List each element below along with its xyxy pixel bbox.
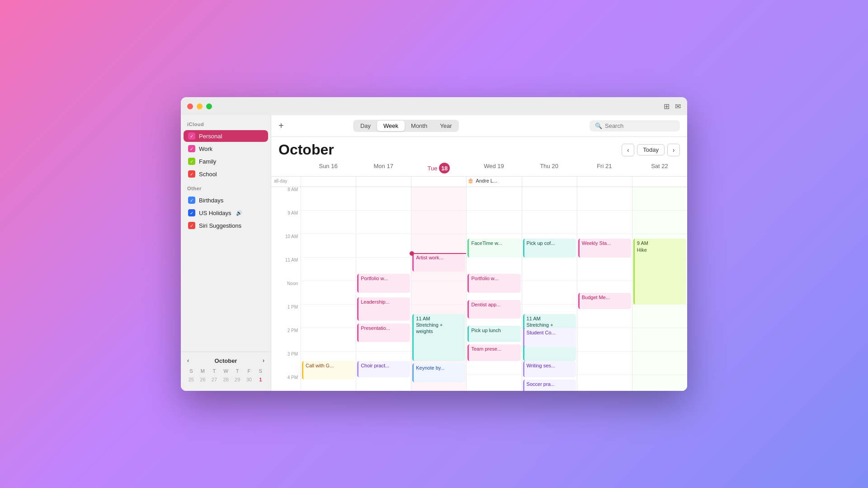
event-budget-me[interactable]: Budget Me...: [578, 293, 631, 309]
birthdays-label: Birthdays: [199, 197, 223, 204]
mini-cal-day-t2: T: [231, 367, 243, 375]
event-dentist[interactable]: Dentist app...: [467, 300, 520, 319]
today-badge: 18: [439, 163, 450, 174]
birthday-icon: 🎂: [467, 178, 474, 183]
sidebar-item-work[interactable]: ✓ Work: [184, 143, 268, 155]
event-hike[interactable]: 9 AMHike: [633, 239, 686, 305]
close-button[interactable]: [187, 103, 193, 109]
day-col-mon: Portfolio w... Leadership... Presentatio…: [356, 187, 411, 391]
mini-cal-date[interactable]: 29: [231, 375, 243, 385]
time-1pm: 1 PM: [271, 305, 301, 328]
day-header-fri: Fri 21: [577, 160, 632, 176]
siri-checkbox[interactable]: ✓: [188, 222, 195, 229]
personal-checkbox[interactable]: ✓: [188, 132, 195, 140]
mini-calendar: ‹ October › S M T W T F S: [181, 352, 271, 385]
event-pickup-lunch[interactable]: Pick up lunch: [467, 326, 520, 342]
day-col-tue: Artist work... 11 AMStretching +weights …: [411, 187, 466, 391]
maximize-button[interactable]: [206, 103, 212, 109]
mini-cal-date[interactable]: 28: [220, 375, 232, 385]
time-8am: 8 AM: [271, 187, 301, 211]
day-col-sat: 9 AMHike: [632, 187, 687, 391]
sidebar-item-birthdays[interactable]: ✓ Birthdays: [184, 194, 268, 206]
view-month-button[interactable]: Month: [405, 121, 434, 131]
sidebar-item-us-holidays[interactable]: ✓ US Holidays 🔊: [184, 207, 268, 219]
event-soccer-pra[interactable]: Soccer pra...: [523, 380, 576, 391]
family-label: Family: [199, 158, 216, 165]
day-header-mon: Mon 17: [356, 160, 411, 176]
event-keynote[interactable]: Keynote by...: [412, 363, 465, 382]
prev-week-button[interactable]: ‹: [622, 144, 634, 156]
other-label: Other: [181, 186, 271, 194]
event-student-co[interactable]: Student Co...: [523, 328, 576, 347]
event-stretching-tue[interactable]: 11 AMStretching +weights: [412, 314, 465, 361]
mini-cal-date[interactable]: 26: [197, 375, 209, 385]
sidebar-item-siri[interactable]: ✓ Siri Suggestions: [184, 220, 268, 231]
sidebar-item-personal[interactable]: ✓ Personal: [184, 130, 268, 142]
minimize-button[interactable]: [197, 103, 203, 109]
time-3pm: 3 PM: [271, 352, 301, 375]
mini-cal-day-f: F: [243, 367, 255, 375]
day-header-sat: Sat 22: [632, 160, 687, 176]
event-artist-work[interactable]: Artist work...: [412, 253, 465, 272]
day-header-wed: Wed 19: [466, 160, 521, 176]
search-input[interactable]: [605, 122, 673, 129]
day-header-sun: Sun 16: [301, 160, 356, 176]
next-week-button[interactable]: ›: [667, 144, 680, 156]
time-9am: 9 AM: [271, 211, 301, 234]
event-leadership[interactable]: Leadership...: [357, 297, 410, 321]
time-column: 8 AM 9 AM 10 AM 11 AM Noon 1 PM 2 PM 3 P…: [271, 187, 301, 391]
allday-sat: [632, 177, 687, 187]
family-checkbox[interactable]: ✓: [188, 158, 195, 165]
mini-cal-month: October: [215, 357, 237, 364]
allday-sun: [301, 177, 356, 187]
event-facetime[interactable]: FaceTime w...: [467, 239, 520, 258]
search-icon: 🔍: [595, 122, 602, 129]
event-portfolio-wed[interactable]: Portfolio w...: [467, 274, 520, 293]
mini-cal-day-w: W: [220, 367, 232, 375]
event-writing-ses[interactable]: Writing ses...: [523, 361, 576, 377]
event-portfolio-mon[interactable]: Portfolio w...: [357, 274, 410, 293]
search-bar[interactable]: 🔍: [590, 120, 680, 131]
allday-row: all-day 🎂 Andre L...: [271, 177, 687, 187]
allday-label: all-day: [271, 177, 301, 187]
us-holidays-checkbox[interactable]: ✓: [188, 209, 195, 216]
work-label: Work: [199, 145, 212, 152]
mini-cal-date[interactable]: 1: [255, 375, 266, 385]
siri-label: Siri Suggestions: [199, 222, 241, 229]
add-event-button[interactable]: +: [278, 121, 284, 131]
allday-thu: [522, 177, 577, 187]
event-team-pres[interactable]: Team prese...: [467, 344, 520, 361]
event-choir[interactable]: Choir pract...: [357, 361, 410, 377]
allday-event-text: Andre L...: [476, 178, 497, 183]
sidebar-item-family[interactable]: ✓ Family: [184, 155, 268, 167]
sidebar-item-school[interactable]: ✓ School: [184, 168, 268, 180]
titlebar: ⊞ ✉: [181, 97, 687, 115]
calendar-window: ⊞ ✉ iCloud ✓ Personal ✓ Work ✓ Family ✓ …: [181, 97, 687, 391]
birthdays-checkbox[interactable]: ✓: [188, 197, 195, 204]
day-header-thu: Thu 20: [522, 160, 577, 176]
us-holidays-label: US Holidays: [199, 210, 231, 216]
month-title: October: [278, 141, 334, 158]
mini-cal-next[interactable]: ›: [261, 357, 266, 365]
event-pickup-cof[interactable]: Pick up cof...: [523, 239, 576, 258]
event-call-g[interactable]: Call with G...: [302, 361, 355, 380]
mini-cal-prev[interactable]: ‹: [185, 357, 191, 365]
event-weekly-sta[interactable]: Weekly Sta...: [578, 239, 631, 258]
view-day-button[interactable]: Day: [354, 121, 377, 131]
mini-cal-date[interactable]: 27: [208, 375, 220, 385]
mini-cal-date[interactable]: 30: [243, 375, 255, 385]
today-button[interactable]: Today: [637, 144, 665, 155]
allday-wed: 🎂 Andre L...: [466, 177, 521, 187]
inbox-icon[interactable]: ✉: [675, 102, 681, 111]
allday-tue: [411, 177, 466, 187]
school-checkbox[interactable]: ✓: [188, 170, 195, 178]
allday-event-andre[interactable]: 🎂 Andre L...: [467, 178, 520, 183]
event-presentation[interactable]: Presentatio...: [357, 324, 410, 343]
day-header-tue: Tue 18: [411, 160, 466, 176]
calendar-nav: ‹ Today ›: [622, 144, 680, 156]
view-week-button[interactable]: Week: [377, 121, 405, 131]
grid-icon[interactable]: ⊞: [664, 102, 670, 111]
view-year-button[interactable]: Year: [434, 121, 458, 131]
work-checkbox[interactable]: ✓: [188, 145, 195, 152]
mini-cal-date[interactable]: 25: [185, 375, 197, 385]
